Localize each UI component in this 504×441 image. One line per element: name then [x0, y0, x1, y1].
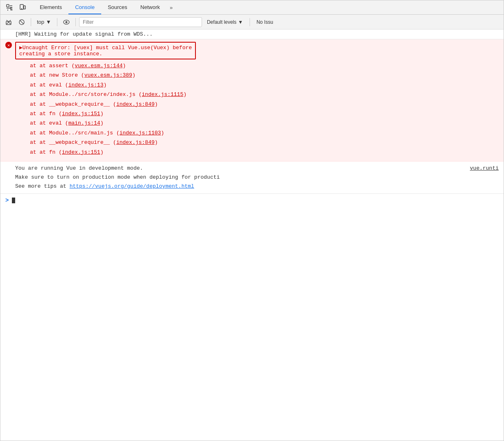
more-tabs-button[interactable]: »	[166, 0, 176, 14]
stack-line: at at __webpack_require__ (index.js:849)	[15, 100, 499, 109]
stack-line: at at fn (index.js:151)	[15, 109, 499, 118]
stack-trace: at at assert (vuex.esm.js:144)at at new …	[15, 61, 499, 159]
tab-sources[interactable]: Sources	[101, 0, 134, 14]
stack-line: at at Module../src/main.js (index.js:110…	[15, 128, 499, 138]
svg-line-6	[20, 20, 24, 24]
console-prompt: >	[0, 194, 504, 207]
error-circle-icon: ✕	[5, 42, 12, 48]
eye-button[interactable]	[61, 16, 72, 28]
stack-link[interactable]: index.js:151	[62, 111, 100, 117]
stack-line: at at eval (main.js:14)	[15, 118, 499, 128]
toolbar-divider-1	[31, 18, 31, 26]
vue-deployment-link[interactable]: https://vuejs.org/guide/deployment.html	[70, 183, 194, 189]
error-main: ▶Uncaught Error: [vuex] must call Vue.us…	[15, 42, 499, 159]
prompt-arrow: >	[5, 197, 9, 204]
stack-link[interactable]: index.js:849	[116, 101, 155, 107]
toolbar-divider-4	[250, 18, 250, 26]
vue-dev-row1: You are running Vue in development mode.…	[15, 164, 499, 173]
vue-dev-row2: Make sure to turn on production mode whe…	[15, 173, 499, 182]
error-title-line2: creating a store instance.	[19, 51, 192, 57]
tab-bar: Elements Console Sources Network »	[0, 0, 504, 15]
console-toolbar: top ▼ Default levels ▼ No Issu	[0, 15, 504, 30]
error-block: ✕ ▶Uncaught Error: [vuex] must call Vue.…	[0, 39, 504, 161]
stack-link[interactable]: index.js:13	[68, 82, 104, 88]
context-selector[interactable]: top ▼	[34, 18, 54, 26]
tab-elements[interactable]: Elements	[33, 0, 68, 14]
devtools-panel: Elements Console Sources Network »	[0, 0, 504, 441]
tab-icons	[4, 2, 28, 13]
levels-button[interactable]: Default levels ▼	[204, 18, 246, 26]
error-title-box: ▶Uncaught Error: [vuex] must call Vue.us…	[15, 42, 196, 59]
tabs: Elements Console Sources Network »	[33, 0, 176, 14]
stack-line: at at new Store (vuex.esm.js:389)	[15, 70, 499, 80]
element-picker-button[interactable]	[4, 2, 15, 13]
stack-link[interactable]: index.js:1115	[142, 91, 183, 98]
stack-line: at at __webpack_require__ (index.js:849)	[15, 138, 499, 147]
stack-link[interactable]: index.js:849	[116, 139, 155, 145]
device-toolbar-button[interactable]	[17, 2, 28, 13]
stack-line: at at assert (vuex.esm.js:144)	[15, 61, 499, 70]
tab-network[interactable]: Network	[134, 0, 167, 14]
stack-link[interactable]: vuex.esm.js:144	[75, 63, 123, 69]
svg-point-3	[22, 9, 22, 9]
no-issues-button[interactable]: No Issu	[253, 18, 277, 26]
stack-line: at at eval (index.js:13)	[15, 80, 499, 90]
stack-line: at at fn (index.js:151)	[15, 148, 499, 157]
stack-line: at at Module../src/store/index.js (index…	[15, 90, 499, 99]
filter-input[interactable]	[79, 17, 202, 27]
svg-rect-2	[24, 6, 25, 9]
vue-source-link[interactable]: vue.runti	[470, 164, 499, 173]
stack-link[interactable]: index.js:1103	[119, 130, 161, 136]
stack-link[interactable]: index.js:151	[62, 149, 100, 155]
console-output: [HMR] Waiting for update signal from WDS…	[0, 30, 504, 441]
error-header-row: ✕ ▶Uncaught Error: [vuex] must call Vue.…	[5, 42, 499, 159]
toolbar-divider-2	[57, 18, 57, 26]
prompt-cursor	[12, 198, 15, 203]
svg-rect-0	[7, 5, 9, 7]
block-errors-button[interactable]	[16, 16, 27, 28]
clear-console-button[interactable]	[3, 16, 14, 28]
stack-link[interactable]: main.js:14	[68, 120, 100, 126]
error-title-line1: ▶Uncaught Error: [vuex] must call Vue.us…	[19, 44, 192, 51]
vue-dev-message: You are running Vue in development mode.…	[0, 161, 504, 194]
hmr-message: [HMR] Waiting for update signal from WDS…	[0, 30, 504, 39]
stack-link[interactable]: vuex.esm.js:389	[84, 72, 132, 78]
tab-console[interactable]: Console	[68, 0, 101, 14]
vue-dev-row3: See more tips at https://vuejs.org/guide…	[15, 182, 499, 191]
svg-point-8	[65, 21, 67, 23]
toolbar-divider-3	[75, 18, 76, 26]
